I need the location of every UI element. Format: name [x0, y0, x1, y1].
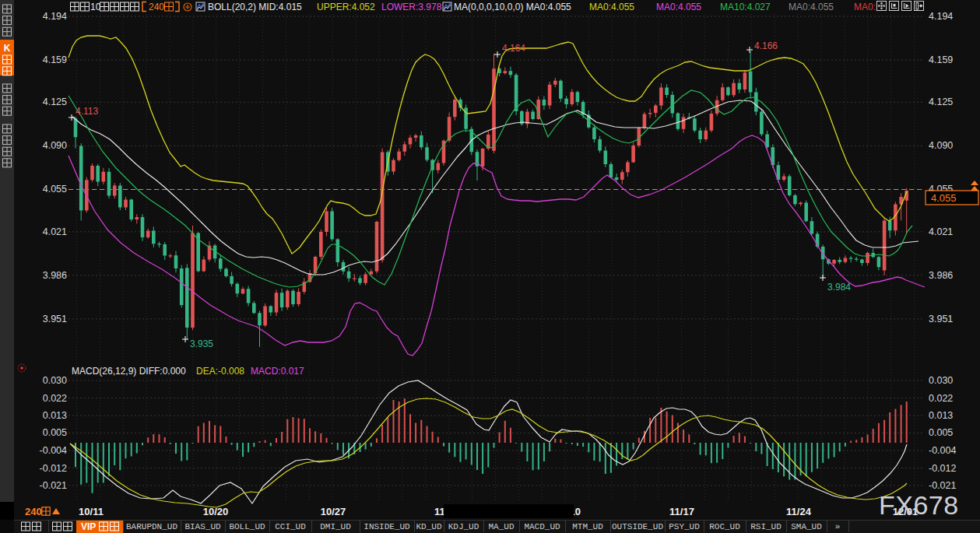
- svg-text:»: »: [835, 522, 841, 531]
- svg-text:4.194: 4.194: [43, 11, 67, 22]
- svg-text:4.090: 4.090: [929, 140, 953, 151]
- svg-text:4.159: 4.159: [43, 54, 67, 65]
- svg-text:0.022: 0.022: [929, 393, 953, 404]
- svg-text:3.935: 3.935: [190, 338, 213, 349]
- svg-text:10/27: 10/27: [321, 506, 346, 517]
- svg-text:KDJ_UD: KDJ_UD: [448, 522, 479, 531]
- svg-text:10: 10: [90, 2, 101, 12]
- svg-text:-0.004: -0.004: [40, 445, 67, 456]
- svg-text:240: 240: [25, 506, 42, 517]
- svg-text:3.986: 3.986: [43, 270, 67, 281]
- svg-text:MA0:4.055: MA0:4.055: [589, 2, 634, 12]
- svg-text:MA0:: MA0:: [854, 2, 876, 12]
- svg-text:ROC_UD: ROC_UD: [709, 522, 740, 531]
- svg-text:BOLL(20,2) MID:4.015: BOLL(20,2) MID:4.015: [208, 2, 302, 12]
- svg-text:MA_UD: MA_UD: [488, 522, 514, 531]
- svg-text:4.021: 4.021: [43, 226, 67, 237]
- svg-text:RSI_UD: RSI_UD: [750, 522, 782, 531]
- svg-text:4.194: 4.194: [929, 11, 953, 22]
- svg-text:DMI_UD: DMI_UD: [320, 522, 351, 531]
- svg-text:PSY_UD: PSY_UD: [669, 522, 700, 531]
- svg-text:11/24: 11/24: [786, 506, 812, 517]
- svg-text:4.159: 4.159: [929, 54, 953, 65]
- svg-text:0.005: 0.005: [929, 427, 953, 438]
- svg-text:KD_UD: KD_UD: [416, 522, 441, 531]
- svg-text:MA0:4.055: MA0:4.055: [656, 2, 701, 12]
- svg-text:MACD:0.017: MACD:0.017: [251, 366, 304, 377]
- svg-text:-0.004: -0.004: [929, 445, 956, 456]
- svg-text:0.030: 0.030: [43, 375, 67, 386]
- svg-text:4.055: 4.055: [931, 192, 957, 204]
- svg-text:VIP: VIP: [81, 521, 96, 532]
- svg-text:3.984: 3.984: [827, 282, 851, 293]
- svg-text:11/17: 11/17: [669, 506, 694, 517]
- svg-text:4.090: 4.090: [43, 140, 67, 151]
- svg-text:-0.021: -0.021: [929, 480, 956, 491]
- svg-text:3.951: 3.951: [43, 314, 67, 324]
- svg-text:CCI_UD: CCI_UD: [275, 522, 306, 531]
- svg-text:0.013: 0.013: [43, 410, 67, 421]
- svg-text:10/11: 10/11: [79, 506, 104, 517]
- svg-text:240: 240: [149, 2, 164, 12]
- svg-text:K: K: [4, 43, 11, 54]
- svg-text:4.125: 4.125: [929, 96, 953, 107]
- svg-text:4.021: 4.021: [929, 226, 953, 237]
- svg-text:4.166: 4.166: [754, 40, 778, 51]
- svg-text:MACD_UD: MACD_UD: [524, 522, 560, 531]
- svg-text:LOWER:3.978: LOWER:3.978: [381, 2, 442, 12]
- svg-text:BARUPDN_UD: BARUPDN_UD: [126, 522, 177, 531]
- svg-text:BIAS_UD: BIAS_UD: [184, 522, 221, 531]
- svg-text:-0.012: -0.012: [40, 463, 67, 474]
- svg-text:0.013: 0.013: [929, 410, 953, 421]
- svg-text:MA(0,0,0,10,0,0) MA0:4.055: MA(0,0,0,10,0,0) MA0:4.055: [454, 2, 571, 12]
- svg-text:OUTSIDE_UD: OUTSIDE_UD: [612, 522, 663, 531]
- svg-text:MTM_UD: MTM_UD: [572, 522, 603, 531]
- svg-text:10/20: 10/20: [203, 506, 229, 517]
- svg-text:4.125: 4.125: [43, 96, 67, 107]
- svg-text:FX678: FX678: [879, 490, 959, 520]
- svg-text:0.022: 0.022: [43, 393, 67, 404]
- svg-text:MACD(26,12,9) DIFF:0.000: MACD(26,12,9) DIFF:0.000: [72, 366, 186, 377]
- svg-text:4.055: 4.055: [43, 184, 67, 195]
- svg-text:3.986: 3.986: [929, 270, 953, 281]
- svg-text:4.164: 4.164: [502, 43, 525, 54]
- svg-text:INSIDE_UD: INSIDE_UD: [364, 522, 410, 531]
- svg-text:MA10:4.027: MA10:4.027: [720, 2, 771, 12]
- svg-text:-0.012: -0.012: [929, 463, 956, 474]
- svg-text:0.005: 0.005: [43, 427, 67, 438]
- svg-text:UPPER:4.052: UPPER:4.052: [317, 2, 375, 12]
- svg-text:MA0:4.055: MA0:4.055: [789, 2, 834, 12]
- svg-text:0.030: 0.030: [929, 375, 953, 386]
- svg-text:DEA:-0.008: DEA:-0.008: [196, 366, 244, 377]
- svg-text:4.113: 4.113: [76, 106, 98, 117]
- svg-text:SMA_UD: SMA_UD: [791, 522, 822, 531]
- svg-text:BOLL_UD: BOLL_UD: [229, 522, 265, 531]
- svg-text:-0.021: -0.021: [40, 480, 67, 491]
- svg-text:3.951: 3.951: [929, 314, 953, 324]
